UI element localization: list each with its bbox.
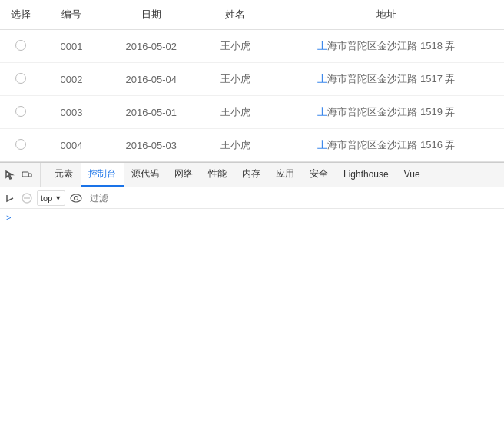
table-area: 选择 编号 日期 姓名 地址 0001 2016-05-02 王小虎 上海市普陀… (0, 0, 504, 162)
id-cell: 0004 (42, 129, 101, 162)
tab-应用[interactable]: 应用 (268, 163, 302, 187)
context-value: top (41, 194, 52, 203)
date-cell: 2016-05-02 (101, 30, 201, 63)
id-cell: 0002 (42, 63, 101, 96)
address-link-char[interactable]: 上 (317, 106, 327, 118)
console-toolbar: top ▼ (0, 187, 504, 209)
name-cell: 王小虎 (201, 30, 268, 63)
header-select: 选择 (0, 0, 42, 30)
svg-rect-1 (28, 174, 32, 177)
clear-icon[interactable] (20, 191, 34, 205)
svg-point-4 (71, 194, 81, 202)
radio-button[interactable] (15, 73, 26, 84)
address-text: 上海市普陀区金沙江路 1516 弄 (317, 139, 455, 151)
data-table: 选择 编号 日期 姓名 地址 0001 2016-05-02 王小虎 上海市普陀… (0, 0, 504, 161)
tab-内存[interactable]: 内存 (234, 163, 268, 187)
table-row: 0003 2016-05-01 王小虎 上海市普陀区金沙江路 1519 弄 (0, 96, 504, 129)
id-cell: 0001 (42, 30, 101, 63)
radio-button[interactable] (15, 40, 26, 51)
address-cell: 上海市普陀区金沙江路 1519 弄 (269, 96, 504, 129)
date-cell: 2016-05-01 (101, 96, 201, 129)
radio-cell[interactable] (0, 129, 42, 162)
id-cell: 0003 (42, 96, 101, 129)
name-cell: 王小虎 (201, 63, 268, 96)
filter-input[interactable] (87, 193, 501, 204)
table-row: 0004 2016-05-03 王小虎 上海市普陀区金沙江路 1516 弄 (0, 129, 504, 162)
address-link-char[interactable]: 上 (317, 139, 327, 151)
svg-point-5 (75, 196, 78, 200)
tab-性能[interactable]: 性能 (201, 163, 234, 187)
address-remaining: 海市普陀区金沙江路 1518 弄 (327, 40, 455, 51)
radio-cell[interactable] (0, 63, 42, 96)
address-remaining: 海市普陀区金沙江路 1517 弄 (327, 73, 455, 84)
address-link-char[interactable]: 上 (317, 40, 327, 51)
console-chevron[interactable]: > (6, 213, 11, 222)
address-cell: 上海市普陀区金沙江路 1516 弄 (269, 129, 504, 162)
name-cell: 王小虎 (201, 129, 268, 162)
radio-cell[interactable] (0, 30, 42, 63)
address-cell: 上海市普陀区金沙江路 1518 弄 (269, 30, 504, 63)
radio-button[interactable] (15, 106, 26, 117)
date-cell: 2016-05-04 (101, 63, 201, 96)
address-text: 上海市普陀区金沙江路 1518 弄 (317, 40, 455, 51)
radio-cell[interactable] (0, 96, 42, 129)
tab-元素[interactable]: 元素 (47, 163, 81, 187)
console-content: > (0, 209, 504, 332)
header-name: 姓名 (201, 0, 268, 30)
devtools-tabs-list: 元素控制台源代码网络性能内存应用安全LighthouseVue (47, 163, 428, 187)
eye-icon[interactable] (68, 190, 84, 206)
address-remaining: 海市普陀区金沙江路 1519 弄 (327, 106, 455, 118)
svg-rect-0 (22, 172, 28, 177)
inspect-element-icon[interactable] (3, 168, 17, 182)
header-id: 编号 (42, 0, 101, 30)
devtools-icon-group (3, 163, 41, 187)
address-text: 上海市普陀区金沙江路 1517 弄 (317, 73, 455, 84)
name-cell: 王小虎 (201, 96, 268, 129)
address-text: 上海市普陀区金沙江路 1519 弄 (317, 106, 455, 118)
address-cell: 上海市普陀区金沙江路 1517 弄 (269, 63, 504, 96)
date-cell: 2016-05-03 (101, 129, 201, 162)
tab-vue[interactable]: Vue (396, 163, 428, 187)
tab-lighthouse[interactable]: Lighthouse (336, 163, 396, 187)
table-row: 0002 2016-05-04 王小虎 上海市普陀区金沙江路 1517 弄 (0, 63, 504, 96)
context-arrow: ▼ (55, 194, 61, 202)
address-remaining: 海市普陀区金沙江路 1516 弄 (327, 139, 455, 151)
devtools-tab-bar: 元素控制台源代码网络性能内存应用安全LighthouseVue (0, 163, 504, 187)
header-date: 日期 (101, 0, 201, 30)
radio-button[interactable] (15, 139, 26, 150)
devtools-panel: 元素控制台源代码网络性能内存应用安全LighthouseVue top ▼ (0, 162, 504, 332)
tab-控制台[interactable]: 控制台 (81, 163, 124, 187)
tab-网络[interactable]: 网络 (167, 163, 201, 187)
header-address: 地址 (269, 0, 504, 30)
tab-安全[interactable]: 安全 (302, 163, 336, 187)
tab-源代码[interactable]: 源代码 (124, 163, 167, 187)
context-selector[interactable]: top ▼ (37, 190, 65, 206)
table-row: 0001 2016-05-02 王小虎 上海市普陀区金沙江路 1518 弄 (0, 30, 504, 63)
device-toggle-icon[interactable] (20, 168, 34, 182)
run-icon[interactable] (3, 191, 17, 205)
address-link-char[interactable]: 上 (317, 73, 327, 84)
